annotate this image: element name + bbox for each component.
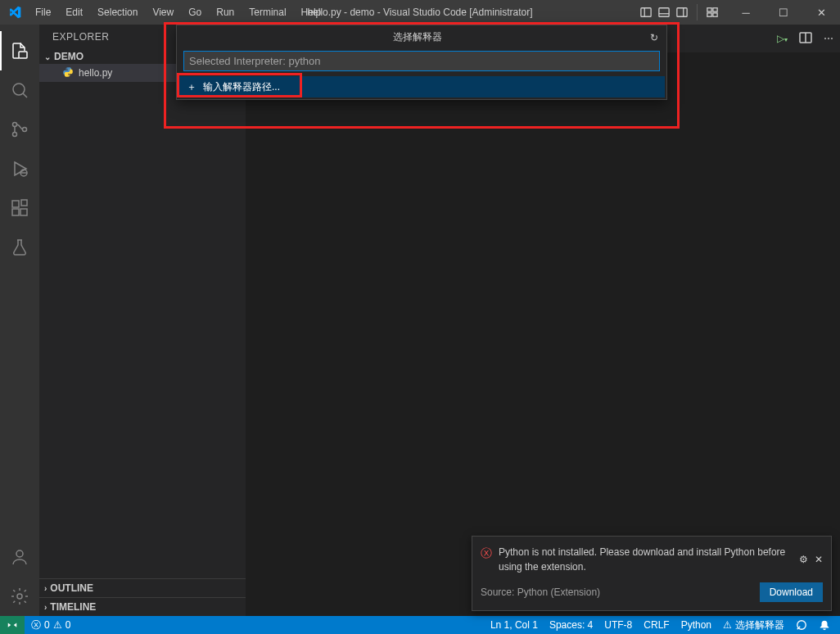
svg-rect-2 [659,8,669,17]
activity-bar [0,25,39,616]
feedback-icon[interactable] [796,619,807,631]
error-circle-icon: ⓧ [481,546,492,574]
plus-icon: ＋ [187,80,196,94]
minimize-button[interactable]: ─ [727,0,765,25]
svg-rect-7 [713,8,717,11]
remote-icon [7,619,18,631]
accounts-icon[interactable] [0,537,39,577]
layout-grid-icon [706,6,719,19]
svg-point-13 [13,123,17,127]
toggle-panel-bottom-icon[interactable] [657,6,671,19]
chevron-right-icon: › [44,584,47,593]
menu-file[interactable]: File [29,3,57,21]
settings-gear-icon[interactable] [0,577,39,616]
interpreter-status[interactable]: ⚠ 选择解释器 [723,618,784,632]
outline-section[interactable]: › OUTLINE [39,578,246,597]
svg-rect-4 [677,8,687,17]
svg-line-12 [23,93,27,97]
python-file-icon [62,66,74,80]
run-button-icon[interactable]: ▷▾ [777,33,788,44]
notifications-icon[interactable] [819,619,830,631]
menu-view[interactable]: View [146,3,180,21]
explorer-sidebar: EXPLORER ⋯ ⌄ DEMO hello.py › OUTLINE › T… [39,25,246,616]
encoding-status[interactable]: UTF-8 [604,619,632,631]
menu-terminal[interactable]: Terminal [242,3,292,21]
project-name: DEMO [54,51,84,62]
run-debug-icon[interactable] [0,149,39,188]
problems-status[interactable]: ⓧ0 ⚠0 [31,618,70,632]
indentation-status[interactable]: Spaces: 4 [549,619,593,631]
split-editor-icon[interactable] [799,31,812,47]
svg-rect-21 [20,209,27,215]
menu-bar: File Edit Selection View Go Run Terminal… [29,3,327,21]
maximize-button[interactable]: ☐ [765,0,802,25]
explorer-title: EXPLORER [52,31,109,43]
svg-rect-6 [707,8,711,11]
notification-close-icon[interactable]: ✕ [815,554,823,565]
svg-point-15 [23,128,27,132]
close-button[interactable]: ✕ [802,0,840,25]
svg-rect-19 [12,201,19,207]
notification-settings-icon[interactable]: ⚙ [799,554,808,565]
notification-source: Source: Python (Extension) [481,586,600,598]
title-bar: File Edit Selection View Go Run Terminal… [0,0,840,25]
enter-path-option[interactable]: ＋ 输入解释器路径... [178,76,665,97]
customize-layout[interactable] [698,4,727,20]
layout-controls [631,4,698,20]
status-bar: ⓧ0 ⚠0 Ln 1, Col 1 Spaces: 4 UTF-8 CRLF P… [0,616,840,634]
menu-go[interactable]: Go [182,3,208,21]
python-not-installed-notification: ⓧ Python is not installed. Please downlo… [472,536,832,611]
svg-point-11 [13,84,25,95]
svg-point-14 [13,133,17,137]
download-button[interactable]: Download [760,582,823,602]
menu-selection[interactable]: Selection [91,3,144,21]
svg-rect-0 [641,8,651,17]
toggle-panel-right-icon[interactable] [675,6,689,19]
interpreter-search-input[interactable] [183,51,660,71]
picker-title: 选择解释器 [185,30,650,44]
interpreter-picker: 选择解释器 ↻ ＋ 输入解释器路径... [176,25,667,100]
svg-rect-9 [713,13,717,16]
file-name: hello.py [79,67,112,79]
testing-icon[interactable] [0,228,39,267]
explorer-icon[interactable] [0,31,39,70]
vscode-logo-icon [0,6,29,19]
svg-rect-8 [707,13,711,16]
menu-edit[interactable]: Edit [59,3,89,21]
svg-rect-10 [19,52,27,58]
refresh-icon[interactable]: ↻ [650,32,658,43]
chevron-down-icon: ⌄ [44,52,51,61]
editor-area: ▷▾ ⋯ [246,25,840,616]
language-mode[interactable]: Python [681,619,711,631]
svg-rect-22 [21,200,27,206]
cursor-position[interactable]: Ln 1, Col 1 [490,619,538,631]
eol-status[interactable]: CRLF [644,619,669,631]
menu-run[interactable]: Run [210,3,241,21]
remote-status[interactable] [0,616,25,634]
source-control-icon[interactable] [0,110,39,149]
timeline-section[interactable]: › TIMELINE [39,597,246,616]
search-icon[interactable] [0,70,39,110]
svg-point-23 [16,550,23,557]
notification-message: Python is not installed. Please download… [499,545,793,574]
extensions-icon[interactable] [0,188,39,228]
warning-icon: ⚠ [53,619,62,631]
error-icon: ⓧ [31,618,41,632]
svg-rect-20 [12,209,19,215]
toggle-panel-left-icon[interactable] [639,6,653,19]
svg-point-24 [17,594,22,599]
more-actions-icon[interactable]: ⋯ [824,33,833,44]
chevron-right-icon: › [44,603,47,612]
window-title: hello.py - demo - Visual Studio Code [Ad… [307,7,532,18]
